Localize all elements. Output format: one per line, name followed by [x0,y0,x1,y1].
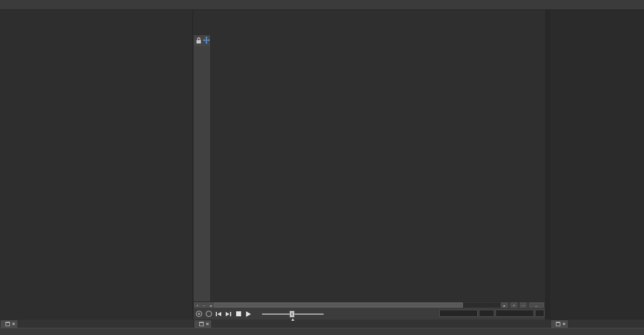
scroll-right-button[interactable]: ▸ [501,303,507,307]
scroll-left-button[interactable]: ◂ [208,303,214,307]
file-tab[interactable]: × [194,320,212,328]
secondary-time-display[interactable] [479,310,494,317]
time-ruler[interactable] [211,35,545,46]
channel-gutter [194,46,211,301]
ruler-gutter [194,35,211,46]
go-to-end-icon[interactable] [224,310,233,318]
move-crosshair-icon [203,36,210,44]
play-icon[interactable] [244,310,253,318]
horizontal-scrollbar[interactable]: + − ◂ ▸ + − ↔ [194,301,545,308]
channel-meters-tab[interactable]: × [550,320,569,328]
current-position-display[interactable] [439,310,478,317]
record-icon[interactable] [204,310,213,318]
zoom-in-button[interactable]: + [194,303,200,307]
stop-icon[interactable] [234,310,243,318]
overview-waveforms[interactable] [194,10,545,34]
selection-length-display[interactable] [495,310,534,317]
channel-meters-panel [550,10,644,320]
close-icon[interactable]: × [12,321,15,327]
lock-icon[interactable] [194,35,210,46]
close-icon[interactable]: × [563,321,565,327]
rate-center-notch [291,318,294,321]
waveform-canvas[interactable] [211,46,545,301]
instant-action-tab[interactable]: × [0,320,18,328]
zoom-ratio-display[interactable] [535,310,544,317]
float-window-icon[interactable] [6,322,10,326]
loop-playback-icon[interactable] [194,310,203,318]
scrollbar-track[interactable] [214,303,500,307]
zoom-time-out-button[interactable]: − [520,303,526,307]
panel-divider[interactable] [545,10,550,320]
rate-slider[interactable] [262,314,324,315]
status-bar [0,328,644,335]
float-window-icon[interactable] [199,322,204,326]
float-window-icon[interactable] [556,322,560,326]
scrollbar-thumb[interactable] [214,303,463,307]
zoom-fit-button[interactable]: ↔ [530,303,544,307]
close-icon[interactable]: × [206,321,209,327]
waveform-editor-window: + − ◂ ▸ + − ↔ [194,10,545,320]
zoom-time-in-button[interactable]: + [511,303,517,307]
rate-slider-thumb[interactable] [290,311,294,317]
zoom-out-button[interactable]: − [201,303,207,307]
transport-bar [194,308,545,320]
sound-forge-app: × + − ◂ ▸ + − ↔ [0,0,644,335]
main-toolbar [0,0,644,10]
go-to-start-icon[interactable] [214,310,223,318]
instant-action-panel [0,10,193,320]
